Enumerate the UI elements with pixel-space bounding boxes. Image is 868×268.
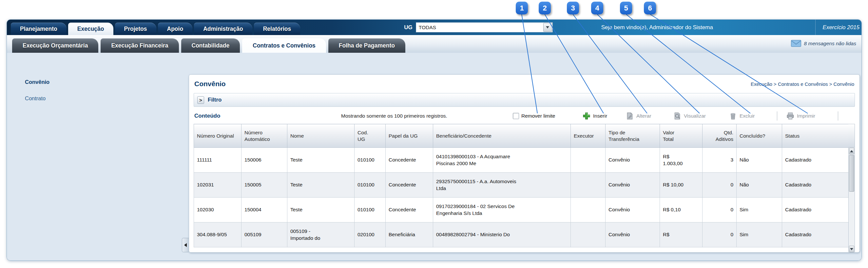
table-cell: Concedente [386, 198, 433, 222]
checkbox-icon[interactable] [513, 113, 519, 119]
tab-apoio[interactable]: Apoio [158, 23, 193, 35]
table-header-row: Número OriginalNúmero AutomáticoNomeCod.… [194, 124, 849, 148]
table-cell: Concedente [386, 148, 433, 173]
content-section-label: Conteúdo [194, 113, 220, 119]
print-button[interactable]: Imprimir [786, 112, 815, 120]
scroll-down-button[interactable] [849, 246, 854, 252]
top-nav-bar: Planejamento Execução Projetos Apoio Adm… [7, 20, 862, 35]
tab-projetos[interactable]: Projetos [115, 23, 156, 35]
column-header[interactable]: Tipo de Transferência [606, 124, 660, 148]
table-cell: 010100 [354, 148, 386, 173]
table-cell: Não [737, 173, 782, 198]
column-header[interactable]: Concluído? [737, 124, 782, 148]
table-cell: Concedente [386, 173, 433, 198]
table-cell [571, 173, 606, 198]
breadcrumb[interactable]: Execução > Contratos e Convênios > Convê… [751, 81, 854, 87]
column-header[interactable]: Status [782, 124, 849, 148]
view-button[interactable]: Visualizar [673, 112, 706, 120]
callout-badge-6: 6 [644, 2, 656, 14]
sidebar-item-contrato[interactable]: Contrato [25, 95, 45, 101]
tab-contratos-e-convenios[interactable]: Contratos e Convênios [242, 38, 326, 53]
tab-contabilidade[interactable]: Contabilidade [181, 38, 240, 53]
column-header[interactable]: Qtd. Aditivos [703, 124, 737, 148]
unread-messages-link[interactable]: 8 mensagens não lidas [791, 40, 856, 47]
dropdown-arrow-icon[interactable] [543, 23, 552, 32]
table-row[interactable]: 102030150004Teste010100Concedente0917023… [194, 198, 849, 222]
collapse-left-icon [184, 243, 187, 247]
column-header[interactable]: Valor Total [660, 124, 703, 148]
insert-button-label: Inserir [593, 113, 607, 119]
table-cell: 005109 [242, 222, 287, 247]
limit-note: Mostrando somente os 100 primeiros regis… [341, 113, 447, 119]
table-cell: 0 [703, 173, 737, 198]
table-cell: 150006 [242, 148, 287, 173]
table-cell: R$ 10,00 [660, 173, 703, 198]
table-cell: R$ 0,10 [660, 198, 703, 222]
callout-badge-2: 2 [539, 2, 551, 14]
column-header[interactable]: Executor [571, 124, 606, 148]
table-cell: R$ 1.003,00 [660, 148, 703, 173]
column-header[interactable]: Número Automático [242, 124, 287, 148]
edit-icon [625, 112, 634, 120]
ug-label: UG [404, 24, 412, 31]
table-cell: 0 [703, 198, 737, 222]
table-cell: Cadastrado [782, 173, 849, 198]
table-cell: Teste [287, 198, 354, 222]
table-row[interactable]: 102031150005Teste010100Concedente2932575… [194, 173, 849, 198]
toolbar-separator [838, 111, 838, 121]
scrollbar-track[interactable] [848, 147, 855, 252]
tab-relatorios[interactable]: Relatórios [254, 23, 301, 35]
table-cell: 102031 [194, 173, 242, 198]
tab-administracao[interactable]: Administração [194, 23, 252, 35]
scroll-up-button[interactable] [849, 148, 854, 154]
tab-execucao-financeira[interactable]: Execução Financeira [101, 38, 179, 53]
panel-header: Convênio Execução > Contratos e Convênio… [189, 75, 860, 90]
scrollbar-thumb[interactable] [849, 155, 854, 192]
page-title: Convênio [194, 80, 226, 88]
arrow-up-icon [850, 150, 853, 152]
tab-execucao-orcamentaria[interactable]: Execução Orçamentária [12, 38, 98, 53]
table-cell: 150004 [242, 198, 287, 222]
plus-icon [582, 112, 591, 120]
ug-select[interactable]: TODAS [416, 22, 553, 32]
filter-expand-button[interactable]: > [197, 96, 204, 104]
callout-badge-4: 4 [591, 2, 603, 14]
tab-folha-de-pagamento[interactable]: Folha de Pagamento [328, 38, 405, 53]
table-row[interactable]: 111111150006Teste010100Concedente0410139… [194, 148, 849, 173]
delete-button[interactable]: Excluir [729, 112, 755, 120]
table-cell: 00489828002794 - Ministerio Do [433, 222, 571, 247]
vertical-scrollbar[interactable] [848, 124, 855, 252]
table-cell: Teste [287, 173, 354, 198]
table-row[interactable]: 304.088-9/05005109005109 - Importado do0… [194, 222, 849, 247]
table-cell: 102030 [194, 198, 242, 222]
column-header[interactable]: Nome [287, 124, 354, 148]
column-header[interactable]: Cod. UG [354, 124, 386, 148]
remove-limit-label[interactable]: Remover limite [521, 113, 555, 119]
table-cell: 005109 - Importado do [287, 222, 354, 247]
print-button-label: Imprimir [797, 113, 815, 119]
table-cell: Beneficiária [386, 222, 433, 247]
table-cell: 09170239000184 - 02 Servicos De Engenhar… [433, 198, 571, 222]
delete-button-label: Excluir [740, 113, 755, 119]
records-table: Número OriginalNúmero AutomáticoNomeCod.… [194, 124, 849, 247]
unread-messages-text: 8 mensagens não lidas [804, 41, 856, 47]
table-cell [571, 198, 606, 222]
sub-nav-bar: Execução Orçamentária Execução Financeir… [7, 35, 862, 53]
tab-planejamento[interactable]: Planejamento [11, 23, 66, 35]
table-cell: Convênio [606, 198, 660, 222]
filter-section: > Filtro [194, 93, 855, 107]
column-header[interactable]: Número Original [194, 124, 242, 148]
tab-execucao[interactable]: Execução [68, 23, 113, 35]
table-cell: 010100 [354, 173, 386, 198]
filter-label: Filtro [208, 97, 222, 103]
table-cell: Convênio [606, 148, 660, 173]
table-cell [571, 222, 606, 247]
toolbar-separator [777, 111, 777, 121]
insert-button[interactable]: Inserir [582, 112, 607, 120]
sidebar-collapse-button[interactable] [182, 238, 189, 252]
remove-limit-checkbox[interactable] [513, 113, 519, 119]
edit-button[interactable]: Alterar [625, 112, 651, 120]
column-header[interactable]: Beneficiário/Concedente [433, 124, 571, 148]
column-header[interactable]: Papel da UG [386, 124, 433, 148]
sidebar-item-convenio[interactable]: Convênio [25, 79, 50, 85]
